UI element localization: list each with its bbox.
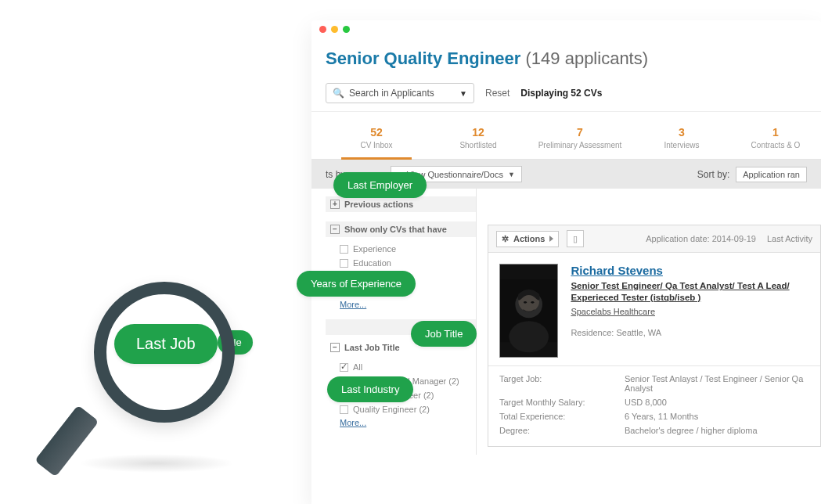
card-meta: Application date: 2014-09-19 Last Activi… (646, 234, 812, 243)
side-head-label: Previous actions (344, 200, 413, 209)
side-group-showonly: − Show only CVs that have Experience Edu… (326, 221, 476, 310)
card-info: Richard Stevens Senior Test Engineer/ Qa… (571, 264, 809, 358)
chk-all[interactable]: All (326, 360, 476, 374)
candidate-company[interactable]: Spacelabs Healthcare (571, 307, 655, 316)
stage-count: 1 (733, 126, 819, 139)
gear-icon: ✲ (502, 234, 509, 244)
svg-point-5 (531, 301, 534, 304)
avatar (499, 264, 558, 358)
svg-point-2 (509, 321, 549, 352)
document-icon: ▯ (573, 234, 578, 244)
stage-count: 52 (326, 126, 427, 139)
search-input[interactable]: 🔍 Search in Applicants ▼ (326, 83, 474, 103)
candidate-name[interactable]: Richard Stevens (571, 264, 809, 277)
page-title: Senior Quality Engineer (326, 49, 520, 68)
dropdown-label: Application ran (743, 170, 800, 179)
app-date: Application date: 2014-09-19 (646, 234, 756, 243)
target-job-value: Senior Test Anlayst / Test Engineer / Se… (625, 374, 809, 393)
collapse-icon: − (330, 343, 340, 352)
page-title-row: Senior Quality Engineer (149 applicants) (311, 38, 821, 78)
card-details: Target Job: Senior Test Anlayst / Test E… (488, 365, 820, 446)
chevron-down-icon: ▼ (459, 89, 467, 98)
candidate-card: ✲ Actions ▯ Application date: 2014-09-19… (488, 225, 821, 447)
content: ✲ Actions ▯ Application date: 2014-09-19… (476, 189, 821, 455)
stage-count: 3 (631, 126, 733, 139)
toolbar: 🔍 Search in Applicants ▼ Reset Displayin… (311, 78, 821, 112)
actions-label: Actions (513, 234, 545, 243)
maximize-icon[interactable] (343, 26, 350, 33)
stage-label: Contracts & O (733, 141, 819, 149)
more-link[interactable]: More... (326, 300, 366, 309)
applicant-count: (149 applicants) (526, 49, 649, 68)
app-window: Senior Quality Engineer (149 applicants)… (311, 20, 821, 504)
checkbox-icon (340, 259, 348, 268)
sidebar-previous-actions[interactable]: + Previous actions (326, 196, 476, 212)
sort-dropdown[interactable]: Application ran (736, 167, 807, 182)
avatar-image (500, 265, 557, 357)
stage-label: Preliminary Assessment (529, 141, 631, 149)
actions-button[interactable]: ✲ Actions (496, 231, 559, 247)
chevron-right-icon (549, 236, 553, 242)
chk-quality-eng[interactable]: Quality Engineer (2) (326, 402, 476, 416)
side-head-label: Show only CVs that have (344, 225, 447, 234)
stage-count: 7 (529, 126, 631, 139)
chk-education[interactable]: Education (326, 256, 476, 270)
degree-value: Bachelor's degree / higher diploma (625, 426, 809, 435)
side-head-label: Last Job Title (344, 343, 400, 352)
search-placeholder: Search in Applicants (349, 88, 434, 99)
checkbox-icon (340, 245, 348, 254)
card-body: Richard Stevens Senior Test Engineer/ Qa… (488, 253, 820, 365)
chk-experience[interactable]: Experience (326, 242, 476, 256)
tab-interviews[interactable]: 3 Interviews (631, 120, 733, 159)
expand-icon: + (330, 200, 340, 209)
pill-last-industry: Last Industry (327, 376, 413, 402)
search-icon: 🔍 (333, 88, 344, 99)
displaying-count: Displaying 52 CVs (520, 88, 602, 99)
pill-last-job: Last Job (114, 324, 218, 364)
pill-years-experience: Years of Experience (297, 271, 416, 297)
tab-contracts[interactable]: 1 Contracts & O (733, 120, 819, 159)
reset-button[interactable]: Reset (485, 88, 510, 99)
exp-value: 6 Years, 11 Months (625, 412, 809, 421)
salary-value: USD 8,000 (625, 398, 809, 407)
pill-last-employer: Last Employer (333, 172, 427, 198)
checkbox-icon (340, 363, 348, 372)
main-area: + Previous actions − Show only CVs that … (311, 189, 821, 455)
chk-label: Experience (353, 244, 396, 254)
magnifier-illustration (47, 282, 250, 485)
window-chrome (311, 20, 821, 38)
stage-label: CV Inbox (326, 141, 427, 149)
minimize-icon[interactable] (331, 26, 338, 33)
card-head: ✲ Actions ▯ Application date: 2014-09-19… (488, 225, 820, 253)
tab-shortlisted[interactable]: 12 Shortlisted (427, 120, 529, 159)
stage-count: 12 (427, 126, 529, 139)
checkbox-icon (340, 405, 348, 414)
last-activity: Last Activity (767, 234, 812, 243)
magnifier-shadow (78, 454, 235, 473)
target-job-label: Target Job: (499, 374, 625, 393)
close-icon[interactable] (319, 26, 326, 33)
chk-label: Education (353, 258, 391, 268)
stage-label: Shortlisted (427, 141, 529, 149)
chevron-down-icon: ▼ (508, 171, 515, 178)
chk-label: All (353, 362, 362, 372)
candidate-residence: Residence: Seattle, WA (571, 328, 809, 337)
tab-cv-inbox[interactable]: 52 CV Inbox (326, 120, 427, 159)
side-group-previous: + Previous actions (326, 196, 476, 212)
svg-point-4 (524, 301, 527, 304)
stage-label: Interviews (631, 141, 733, 149)
more-link[interactable]: More... (326, 418, 366, 427)
stage-tabs: 52 CV Inbox 12 Shortlisted 7 Preliminary… (311, 112, 821, 160)
candidate-headline[interactable]: Senior Test Engineer/ Qa Test Analyst/ T… (571, 280, 809, 304)
degree-label: Degree: (499, 426, 625, 435)
document-button[interactable]: ▯ (567, 230, 584, 247)
tab-preliminary[interactable]: 7 Preliminary Assessment (529, 120, 631, 159)
pill-job-title: Job Title (411, 321, 477, 347)
sidebar-show-only[interactable]: − Show only CVs that have (326, 221, 476, 237)
sort-row: Sort by: Application ran (697, 167, 807, 182)
collapse-icon: − (330, 225, 340, 234)
salary-label: Target Monthly Salary: (499, 398, 625, 407)
sort-label: Sort by: (697, 169, 729, 180)
exp-label: Total Experience: (499, 412, 625, 421)
chk-label: Quality Engineer (2) (353, 405, 430, 414)
